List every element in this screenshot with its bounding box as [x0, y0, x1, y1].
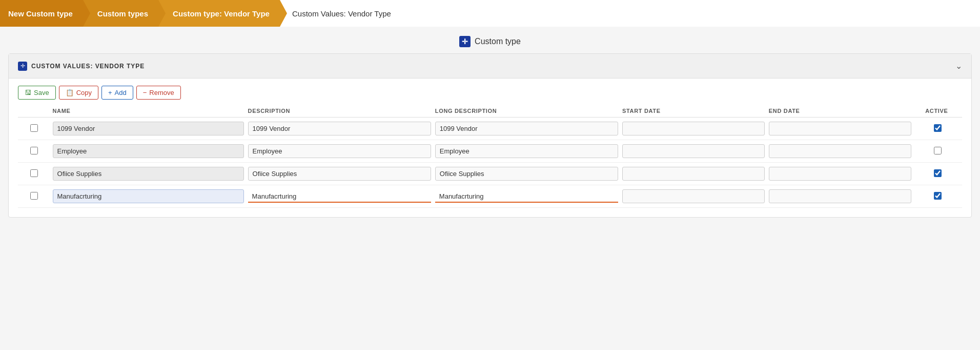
row-4-long-description-input[interactable]: [435, 190, 618, 203]
row-3-active-checkbox[interactable]: [934, 169, 942, 177]
panel-header: ✛ CUSTOM VALUES: VENDOR TYPE ⌄: [9, 54, 971, 79]
table-row: [18, 140, 962, 163]
row-4-active-cell: [913, 185, 962, 208]
copy-icon: 📋: [66, 89, 74, 96]
row-1-description-cell: [246, 118, 433, 140]
row-1-description-input[interactable]: [248, 122, 431, 135]
save-icon: 🖫: [25, 89, 31, 96]
page-header-title: Custom type: [475, 37, 521, 46]
main-panel: ✛ CUSTOM VALUES: VENDOR TYPE ⌄ 🖫 Save 📋 …: [8, 53, 972, 218]
row-2-end-date-cell: [767, 140, 913, 163]
row-1-active-cell: [913, 118, 962, 140]
row-2-long-description-cell: [433, 140, 620, 163]
remove-button[interactable]: − Remove: [136, 86, 181, 100]
panel-icon: ✛: [18, 62, 27, 71]
row-4-end-date-input[interactable]: [769, 189, 911, 203]
row-3-select-cell: [18, 163, 51, 185]
collapse-button[interactable]: ⌄: [955, 61, 962, 71]
row-3-name-cell: [51, 163, 246, 185]
add-icon: +: [108, 89, 112, 96]
row-2-active-cell: [913, 140, 962, 163]
panel-title: CUSTOM VALUES: VENDOR TYPE: [31, 63, 145, 70]
toolbar: 🖫 Save 📋 Copy + Add − Remove: [9, 79, 971, 105]
row-1-end-date-cell: [767, 118, 913, 140]
row-4-select-checkbox[interactable]: [30, 192, 38, 200]
row-4-long-description-cell: [433, 185, 620, 208]
row-4-start-date-input[interactable]: [622, 189, 765, 203]
row-2-start-date-input[interactable]: [622, 144, 765, 158]
row-3-long-description-input[interactable]: [435, 167, 618, 181]
row-2-description-input[interactable]: [248, 144, 431, 158]
col-header-start-date: START DATE: [620, 105, 767, 118]
row-4-end-date-cell: [767, 185, 913, 208]
row-3-name-input[interactable]: [53, 167, 244, 181]
panel-header-left: ✛ CUSTOM VALUES: VENDOR TYPE: [18, 62, 145, 71]
table-container: NAME DESCRIPTION LONG DESCRIPTION START …: [9, 105, 971, 217]
row-1-end-date-input[interactable]: [769, 122, 911, 135]
save-button[interactable]: 🖫 Save: [18, 86, 56, 100]
table-row: [18, 118, 962, 140]
col-header-long-description: LONG DESCRIPTION: [433, 105, 620, 118]
page-header-icon: ✛: [459, 36, 471, 47]
row-2-select-checkbox[interactable]: [30, 147, 38, 154]
col-header-description: DESCRIPTION: [246, 105, 433, 118]
table-header: NAME DESCRIPTION LONG DESCRIPTION START …: [18, 105, 962, 118]
row-1-active-checkbox[interactable]: [934, 124, 942, 132]
breadcrumb: New Custom typeCustom typesCustom type: …: [0, 0, 980, 27]
breadcrumb-item-custom-type-vendor[interactable]: Custom type: Vendor Type: [158, 0, 280, 27]
row-1-select-checkbox[interactable]: [30, 124, 38, 132]
table-row: [18, 163, 962, 185]
row-2-long-description-input[interactable]: [435, 144, 618, 158]
row-4-name-input[interactable]: [53, 189, 244, 203]
row-4-description-input[interactable]: [248, 190, 431, 203]
row-1-name-input[interactable]: [53, 122, 244, 135]
table-row: [18, 185, 962, 208]
row-3-select-checkbox[interactable]: [30, 169, 38, 177]
row-3-start-date-input[interactable]: [622, 167, 765, 181]
col-header-end-date: END DATE: [767, 105, 913, 118]
row-2-start-date-cell: [620, 140, 767, 163]
row-3-end-date-input[interactable]: [769, 167, 911, 181]
row-4-description-cell: [246, 185, 433, 208]
row-4-start-date-cell: [620, 185, 767, 208]
row-3-start-date-cell: [620, 163, 767, 185]
row-1-long-description-cell: [433, 118, 620, 140]
row-3-long-description-cell: [433, 163, 620, 185]
row-2-select-cell: [18, 140, 51, 163]
row-2-name-cell: [51, 140, 246, 163]
custom-values-table: NAME DESCRIPTION LONG DESCRIPTION START …: [18, 105, 962, 208]
row-2-name-input[interactable]: [53, 144, 244, 158]
breadcrumb-item-custom-values-vendor: Custom Values: Vendor Type: [280, 0, 401, 27]
row-3-end-date-cell: [767, 163, 913, 185]
row-3-description-input[interactable]: [248, 167, 431, 181]
row-1-select-cell: [18, 118, 51, 140]
row-2-description-cell: [246, 140, 433, 163]
col-header-select: [18, 105, 51, 118]
row-1-name-cell: [51, 118, 246, 140]
row-3-active-cell: [913, 163, 962, 185]
row-1-start-date-input[interactable]: [622, 122, 765, 135]
page-header: ✛ Custom type: [0, 27, 980, 53]
copy-button[interactable]: 📋 Copy: [59, 86, 98, 100]
remove-icon: −: [143, 89, 147, 96]
add-button[interactable]: + Add: [101, 86, 133, 100]
col-header-active: ACTIVE: [913, 105, 962, 118]
breadcrumb-item-custom-types[interactable]: Custom types: [83, 0, 158, 27]
breadcrumb-item-new-custom-type[interactable]: New Custom type: [0, 0, 83, 27]
row-2-active-checkbox[interactable]: [934, 147, 942, 154]
row-2-end-date-input[interactable]: [769, 144, 911, 158]
row-4-select-cell: [18, 185, 51, 208]
row-4-name-cell: [51, 185, 246, 208]
col-header-name: NAME: [51, 105, 246, 118]
row-1-start-date-cell: [620, 118, 767, 140]
row-1-long-description-input[interactable]: [435, 122, 618, 135]
row-3-description-cell: [246, 163, 433, 185]
row-4-active-checkbox[interactable]: [934, 192, 942, 200]
table-body: [18, 118, 962, 208]
